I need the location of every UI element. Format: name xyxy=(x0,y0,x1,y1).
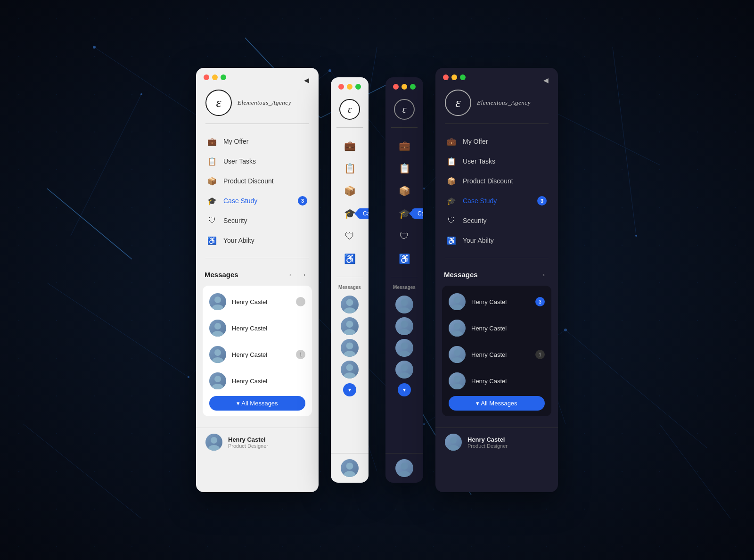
message-item-4-3[interactable]: Henry Castel 1 xyxy=(442,341,551,368)
svg-point-45 xyxy=(346,299,353,306)
divider-4 xyxy=(445,124,549,124)
svg-point-62 xyxy=(398,372,410,379)
mini-footer-3 xyxy=(385,453,423,483)
tl-red-3 xyxy=(393,84,399,90)
accessibility-icon-1: ♿ xyxy=(207,236,217,245)
nav-case-study-1[interactable]: 🎓 Case Study 3 xyxy=(196,191,319,211)
msg-name-4-1: Henry Castel xyxy=(471,298,530,305)
nav-ability-4[interactable]: ♿ Your Abilty xyxy=(435,231,558,250)
mini-avatar-3-3[interactable] xyxy=(395,339,413,357)
svg-point-36 xyxy=(212,305,223,310)
footer-role-1: Product Designer xyxy=(228,443,268,449)
svg-point-35 xyxy=(214,296,221,303)
mini-avatar-2-3[interactable] xyxy=(341,339,359,357)
back-arrow-4[interactable]: ◀ xyxy=(540,74,551,86)
panel-light-mini: ε 💼 📋 📦 🎓 Case Study 🛡 ♿ Messages xyxy=(331,77,369,483)
mini-down-btn-2[interactable]: ▾ xyxy=(343,383,356,396)
nav-label-case-study-4: Case Study xyxy=(463,197,497,205)
nav-1: 💼 My Offer 📋 User Tasks 📦 Product Discou… xyxy=(196,128,319,254)
messages-card-1: Henry Castel Henry Castel Henry Castel 1 xyxy=(203,286,312,416)
mini-nav-user-tasks-3[interactable]: 📋 xyxy=(394,158,415,179)
message-item-4-1[interactable]: Henry Castel 3 xyxy=(442,288,551,315)
nav-product-discount-4[interactable]: 📦 Product Discount xyxy=(435,171,558,191)
tasks-icon-1: 📋 xyxy=(207,156,217,166)
mini-nav-case-study-3[interactable]: 🎓 Case Study xyxy=(394,203,415,224)
msg-badge-4-3: 1 xyxy=(535,350,545,359)
nav-user-tasks-1[interactable]: 📋 User Tasks xyxy=(196,151,319,171)
mini-avatar-2-4[interactable] xyxy=(341,361,359,379)
back-arrow-1[interactable]: ◀ xyxy=(301,74,312,86)
avatar-4-2 xyxy=(449,320,466,337)
nav-case-study-4[interactable]: 🎓 Case Study 3 xyxy=(435,191,558,211)
svg-line-32 xyxy=(47,189,132,259)
svg-line-5 xyxy=(47,283,188,377)
mini-nav-my-offer-2[interactable]: 💼 xyxy=(339,135,360,156)
tl-yellow-3 xyxy=(402,84,407,90)
mini-avatar-2-2[interactable] xyxy=(341,317,359,335)
mini-avatar-3-1[interactable] xyxy=(395,296,413,313)
mini-avatar-3-2[interactable] xyxy=(395,317,413,335)
next-arrow-1[interactable]: › xyxy=(299,269,310,280)
svg-point-56 xyxy=(398,307,410,313)
message-item-1[interactable]: Henry Castel xyxy=(203,288,312,315)
footer-name-4: Henry Castel xyxy=(467,436,508,443)
svg-point-73 xyxy=(450,437,457,444)
nav-my-offer-1[interactable]: 💼 My Offer xyxy=(196,132,319,151)
traffic-lights-4 xyxy=(435,68,558,85)
nav-ability-1[interactable]: ♿ Your Abilty xyxy=(196,231,319,250)
svg-point-18 xyxy=(93,46,96,49)
nav-my-offer-4[interactable]: 💼 My Offer xyxy=(435,132,558,151)
nav-label-case-study-1: Case Study xyxy=(223,197,257,205)
svg-point-46 xyxy=(344,307,355,313)
message-item-2[interactable]: Henry Castel xyxy=(203,315,312,341)
svg-point-74 xyxy=(448,445,459,451)
all-messages-btn-4[interactable]: ▾ All Messages xyxy=(449,396,545,411)
svg-line-9 xyxy=(566,330,707,448)
next-arrow-4[interactable]: › xyxy=(538,269,549,280)
mini-nav-security-3[interactable]: 🛡 xyxy=(394,226,415,247)
svg-line-13 xyxy=(24,424,141,519)
nav-label-user-tasks-1: User Tasks xyxy=(223,157,256,165)
agency-name-1: Elementous_Agency xyxy=(238,99,291,107)
mini-nav-security-2[interactable]: 🛡 xyxy=(339,226,360,247)
divider-2 xyxy=(205,258,309,258)
tasks-icon-4: 📋 xyxy=(447,156,456,166)
msg-name-4-4: Henry Castel xyxy=(471,378,545,385)
nav-security-1[interactable]: 🛡 Security xyxy=(196,211,319,231)
prev-arrow-1[interactable]: ‹ xyxy=(285,269,296,280)
svg-line-14 xyxy=(660,424,730,519)
nav-security-4[interactable]: 🛡 Security xyxy=(435,211,558,231)
message-item-4[interactable]: Henry Castel xyxy=(203,368,312,394)
mini-nav-product-discount-3[interactable]: 📦 xyxy=(394,181,415,201)
svg-point-52 xyxy=(344,372,355,379)
mini-nav-ability-3[interactable]: ♿ xyxy=(394,248,415,269)
mini-down-btn-3[interactable]: ▾ xyxy=(398,383,411,396)
mini-nav-user-tasks-2[interactable]: 📋 xyxy=(339,158,360,179)
nav-product-discount-1[interactable]: 📦 Product Discount xyxy=(196,171,319,191)
mini-nav-case-study-2[interactable]: 🎓 Case Study xyxy=(339,203,360,224)
message-item-3[interactable]: Henry Castel 1 xyxy=(203,341,312,368)
mini-logo-circle-3: ε xyxy=(394,99,415,120)
svg-point-23 xyxy=(188,376,189,378)
nav-label-ability-1: Your Abilty xyxy=(223,237,254,244)
mini-nav-ability-2[interactable]: ♿ xyxy=(339,248,360,269)
mini-avatar-2-1[interactable] xyxy=(341,296,359,313)
message-item-4-2[interactable]: Henry Castel xyxy=(442,315,551,341)
tl-green-2 xyxy=(355,84,361,90)
mini-avatar-3-4[interactable] xyxy=(395,361,413,379)
svg-point-60 xyxy=(398,351,410,357)
mini-nav-my-offer-3[interactable]: 💼 xyxy=(394,135,415,156)
messages-section-1: Messages ‹ › Henry Castel xyxy=(203,262,312,428)
svg-point-44 xyxy=(208,445,220,451)
all-messages-btn-1[interactable]: ▾ All Messages xyxy=(209,396,305,411)
logo-4: ε xyxy=(445,90,471,116)
svg-point-39 xyxy=(214,349,221,356)
svg-point-27 xyxy=(140,93,142,95)
message-item-4-4[interactable]: Henry Castel xyxy=(442,368,551,394)
mini-footer-avatar-3 xyxy=(395,459,413,477)
nav-arrows-1: ‹ › xyxy=(285,269,310,280)
case-study-badge-4: 3 xyxy=(537,196,547,206)
nav-user-tasks-4[interactable]: 📋 User Tasks xyxy=(435,151,558,171)
messages-title-1: Messages xyxy=(205,271,238,279)
mini-nav-product-discount-2[interactable]: 📦 xyxy=(339,181,360,201)
